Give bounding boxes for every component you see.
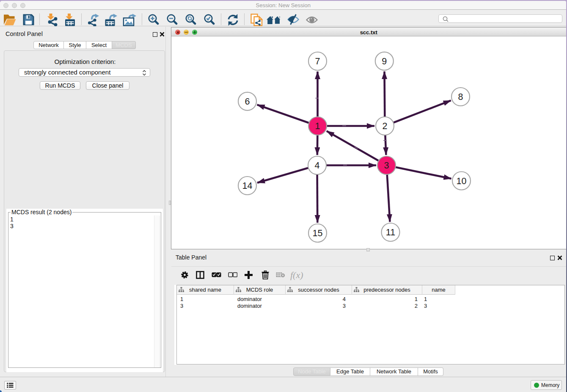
svg-text:15: 15 [313,228,323,238]
svg-text:10: 10 [457,176,467,186]
svg-text:14: 14 [242,181,253,191]
svg-text:4: 4 [315,160,320,171]
svg-text:9: 9 [382,56,387,66]
svg-text:1: 1 [315,121,320,131]
svg-text:6: 6 [245,97,250,107]
svg-text:11: 11 [386,227,395,237]
svg-text:3: 3 [384,160,389,171]
svg-text:2: 2 [383,121,388,131]
svg-text:8: 8 [458,92,463,102]
svg-text:7: 7 [315,56,320,66]
